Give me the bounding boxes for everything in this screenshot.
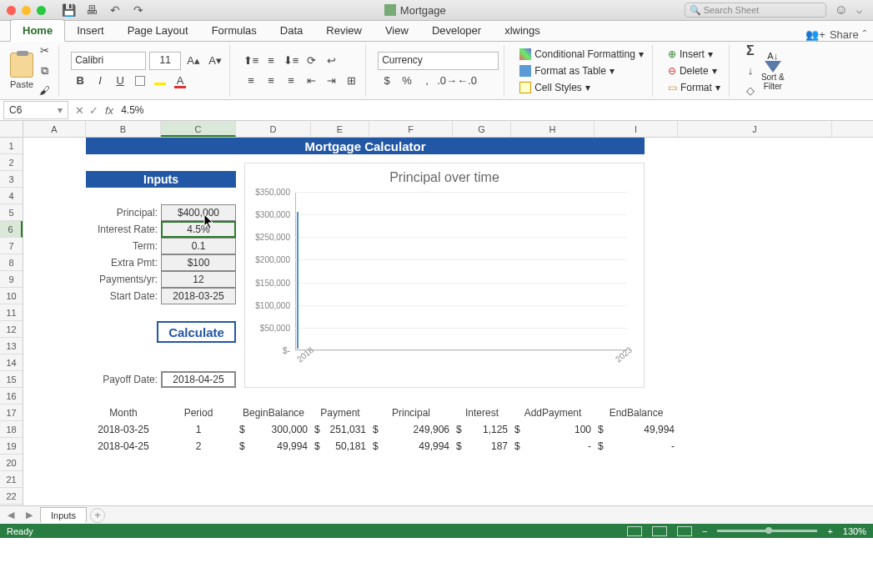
enter-formula-icon[interactable]: ✓: [89, 104, 98, 117]
zoom-window-icon[interactable]: [37, 6, 46, 15]
zoom-level[interactable]: 130%: [843, 526, 866, 536]
cell-styles-button[interactable]: Cell Styles ▾: [516, 80, 647, 95]
column-header-E[interactable]: E: [311, 121, 369, 137]
conditional-formatting-button[interactable]: Conditional Formatting ▾: [516, 47, 647, 62]
formula-input[interactable]: 4.5%: [118, 102, 873, 118]
row-header-7[interactable]: 7: [0, 238, 23, 254]
decrease-font-icon[interactable]: A▾: [206, 52, 224, 70]
decrease-decimal-icon[interactable]: ←.0: [458, 72, 476, 90]
chart-principal-over-time[interactable]: Principal over time $-$50,000$100,000$15…: [244, 163, 645, 388]
row-header-8[interactable]: 8: [0, 254, 23, 271]
table-cell[interactable]: 50,181: [311, 438, 369, 455]
row-header-13[interactable]: 13: [0, 338, 23, 354]
percent-icon[interactable]: %: [398, 72, 416, 90]
tab-page-layout[interactable]: Page Layout: [116, 20, 200, 41]
zoom-out-icon[interactable]: −: [702, 526, 707, 536]
input-term[interactable]: 0.1: [161, 238, 236, 254]
table-cell[interactable]: 49,994: [369, 438, 453, 455]
row-header-16[interactable]: 16: [0, 388, 23, 405]
table-cell[interactable]: 2018-03-25: [86, 421, 161, 438]
row-header-22[interactable]: 22: [0, 488, 23, 505]
table-cell[interactable]: 251,031: [311, 421, 369, 438]
border-button[interactable]: [131, 72, 149, 90]
table-cell[interactable]: -: [595, 438, 678, 455]
merge-cells-icon[interactable]: ⊞: [342, 72, 360, 90]
bold-button[interactable]: B: [71, 72, 89, 90]
font-size-select[interactable]: 11: [149, 52, 181, 70]
row-header-15[interactable]: 15: [0, 371, 23, 388]
table-cell[interactable]: 2: [161, 438, 236, 455]
add-sheet-button[interactable]: +: [90, 508, 105, 523]
zoom-in-icon[interactable]: +: [827, 526, 832, 536]
column-header-J[interactable]: J: [678, 121, 832, 137]
save-icon[interactable]: 💾: [61, 3, 76, 18]
table-cell[interactable]: 187: [453, 438, 511, 455]
collapse-ribbon-icon[interactable]: ˆ: [863, 28, 866, 41]
minimize-window-icon[interactable]: [22, 6, 31, 15]
row-header-14[interactable]: 14: [0, 354, 23, 371]
tab-developer[interactable]: Developer: [420, 20, 493, 41]
row-header-11[interactable]: 11: [0, 304, 23, 321]
table-cell[interactable]: 300,000: [236, 421, 311, 438]
paste-button[interactable]: Paste: [10, 53, 33, 89]
row-header-19[interactable]: 19: [0, 438, 23, 455]
row-header-4[interactable]: 4: [0, 188, 23, 204]
tab-scroll-right-icon[interactable]: ▶: [22, 508, 37, 523]
currency-icon[interactable]: $: [378, 72, 396, 90]
normal-view-icon[interactable]: [627, 526, 642, 536]
table-cell[interactable]: 2018-04-25: [86, 438, 161, 455]
tab-data[interactable]: Data: [268, 20, 314, 41]
table-cell[interactable]: 49,994: [595, 421, 678, 438]
table-cell[interactable]: 49,994: [236, 438, 311, 455]
close-window-icon[interactable]: [7, 6, 16, 15]
table-cell[interactable]: 100: [511, 421, 595, 438]
format-as-table-button[interactable]: Format as Table ▾: [516, 63, 647, 78]
redo-icon[interactable]: ↷: [131, 3, 146, 18]
clear-icon[interactable]: ◇: [741, 82, 760, 100]
format-cells-button[interactable]: ▭Format ▾: [665, 80, 724, 95]
column-header-H[interactable]: H: [511, 121, 595, 137]
align-middle-icon[interactable]: ≡: [262, 52, 280, 70]
search-sheet-input[interactable]: 🔍 Search Sheet: [685, 3, 826, 18]
sort-filter-button[interactable]: A↓ Sort & Filter: [761, 51, 785, 91]
calculate-button[interactable]: Calculate: [157, 321, 236, 343]
table-cell[interactable]: 1,125: [453, 421, 511, 438]
table-cell[interactable]: 249,906: [369, 421, 453, 438]
column-header-B[interactable]: B: [86, 121, 161, 137]
tab-insert[interactable]: Insert: [65, 20, 116, 41]
copy-icon[interactable]: ⧉: [35, 62, 53, 80]
table-cell[interactable]: -: [511, 438, 595, 455]
input-rate-selected[interactable]: 4.5%: [161, 221, 236, 238]
comma-icon[interactable]: ,: [418, 72, 436, 90]
fill-color-button[interactable]: [151, 72, 169, 90]
page-layout-view-icon[interactable]: [652, 526, 667, 536]
row-header-1[interactable]: 1: [0, 138, 23, 154]
align-bottom-icon[interactable]: ⬇≡: [282, 52, 300, 70]
tab-xlwings[interactable]: xlwings: [493, 20, 552, 41]
underline-button[interactable]: U: [111, 72, 129, 90]
format-painter-icon[interactable]: 🖌: [35, 82, 53, 100]
row-header-18[interactable]: 18: [0, 421, 23, 438]
cell-grid[interactable]: Mortgage Calculator Inputs Principal: In…: [23, 138, 873, 521]
tab-home[interactable]: Home: [10, 19, 65, 42]
share-button[interactable]: Share: [830, 28, 859, 41]
column-header-G[interactable]: G: [453, 121, 511, 137]
tab-review[interactable]: Review: [314, 20, 374, 41]
tab-view[interactable]: View: [374, 20, 420, 41]
name-box[interactable]: C6 ▾: [3, 101, 68, 119]
align-center-icon[interactable]: ≡: [262, 72, 280, 90]
select-all-corner[interactable]: [0, 121, 23, 137]
align-right-icon[interactable]: ≡: [282, 72, 300, 90]
align-top-icon[interactable]: ⬆≡: [242, 52, 260, 70]
font-name-select[interactable]: Calibri: [71, 52, 146, 70]
column-header-F[interactable]: F: [369, 121, 453, 137]
input-principal[interactable]: $400,000: [161, 204, 236, 221]
input-extra[interactable]: $100: [161, 254, 236, 271]
row-header-6[interactable]: 6: [0, 221, 23, 238]
tab-formulas[interactable]: Formulas: [200, 20, 268, 41]
row-header-10[interactable]: 10: [0, 288, 23, 304]
feedback-icon[interactable]: ☺: [835, 3, 848, 18]
insert-cells-button[interactable]: ⊕Insert ▾: [665, 47, 724, 62]
font-color-button[interactable]: A: [171, 72, 189, 90]
autosum-icon[interactable]: Σ: [741, 42, 760, 60]
